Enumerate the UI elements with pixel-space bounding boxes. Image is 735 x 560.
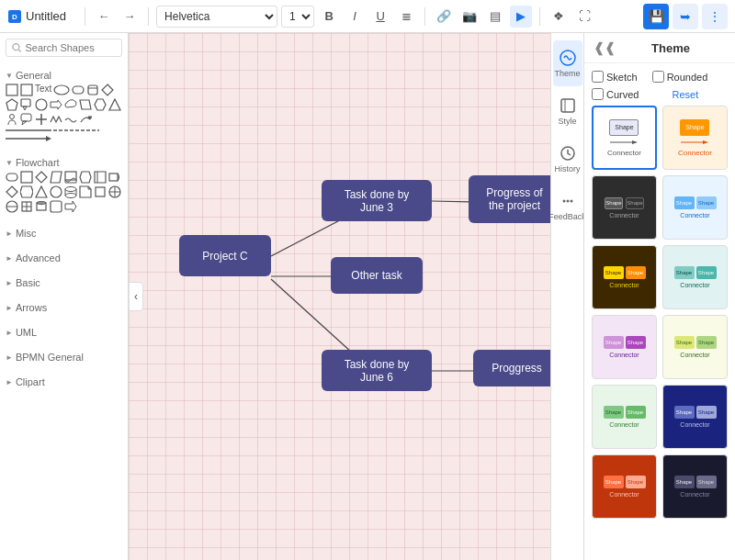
connect-button[interactable]: ▶ [510,6,532,28]
theme-card-dark-navy[interactable]: Shape Shape Connector [662,454,728,519]
fontsize-select[interactable]: 12101416 [281,6,314,28]
node-task-june3[interactable]: Task done by June 3 [322,180,432,221]
fc-doc[interactable] [64,171,77,184]
search-input[interactable] [25,42,116,53]
rounded-checkbox[interactable]: Rounded [652,71,708,83]
shape-arrow-right[interactable] [50,98,62,111]
arrows-section-title[interactable]: ► Arrows [6,298,122,316]
advanced-section-title[interactable]: ► Advanced [6,249,122,266]
fc-display[interactable] [79,171,92,184]
history-icon[interactable]: History [553,136,582,182]
fc-rect3[interactable] [50,200,62,213]
fc-data[interactable] [50,171,62,184]
save-button[interactable]: 💾 [643,4,669,29]
image-button[interactable]: 📷 [458,6,481,28]
uml-section-title[interactable]: ► UML [6,323,122,341]
shape-line1[interactable] [6,128,51,133]
shape-line2[interactable] [53,128,99,133]
reset-button[interactable]: Reset [672,89,698,100]
align-button[interactable]: ≣ [395,6,417,28]
theme-card-orange[interactable]: Shape Connector [662,106,728,170]
curved-check[interactable] [592,88,604,100]
rounded-check[interactable] [652,71,664,83]
shape-circle[interactable] [35,98,48,111]
link-button[interactable]: 🔗 [433,6,455,28]
fc-arrow2[interactable] [64,200,77,213]
theme-card-green[interactable]: Shape Shape Connector [592,385,657,449]
theme-card-yellow[interactable]: Shape Shape Connector [662,315,728,379]
fc-start[interactable] [6,171,18,184]
shape-wave[interactable] [64,113,77,126]
shape-cylinder[interactable] [86,84,99,96]
flowchart-section-title[interactable]: ▼ Flowchart [6,153,122,171]
undo-button[interactable]: ← [93,6,115,28]
fc-note[interactable] [79,185,92,198]
fc-or[interactable] [108,185,121,198]
distribute-button[interactable]: ❖ [548,6,570,28]
node-task-june6[interactable]: Task done by June 6 [322,350,432,391]
theme-card-orange-dark[interactable]: Shape Shape Connector [592,454,657,519]
shape-diamond[interactable] [101,84,114,96]
shape-arrow-line[interactable] [6,135,51,142]
shape-arrow-curved[interactable] [79,113,92,126]
shape-zigzag[interactable] [50,113,62,126]
shape-rounded-rect[interactable] [72,84,85,96]
redo-button[interactable]: → [119,6,141,28]
fc-decision[interactable] [6,185,18,198]
theme-card-teal[interactable]: Shape Shape Connector [662,245,728,309]
fc-delay[interactable] [108,171,121,184]
theme-card-blue-dark[interactable]: Shape Shape Connector [662,385,728,449]
canvas[interactable]: Project C Task done by June 3 Progress o… [129,33,550,560]
node-project-c[interactable]: Project C [179,235,271,276]
fc-storage[interactable] [94,171,107,184]
left-panel-collapse-button[interactable]: ‹ [129,282,143,311]
sketch-checkbox[interactable]: Sketch [592,71,638,83]
panel-collapse-btn[interactable]: ❰❰ [594,40,616,55]
shape-ellipse[interactable] [53,84,70,96]
basic-section-title[interactable]: ► Basic [6,274,122,291]
shape-speech-bubble[interactable] [20,113,33,126]
curved-checkbox[interactable]: Curved [592,88,639,100]
fc-rect2[interactable] [94,185,107,198]
fc-term[interactable] [20,185,33,198]
fc-cross[interactable] [6,200,18,213]
shape-cloud[interactable] [64,98,77,111]
shape-person[interactable] [6,113,18,126]
theme-card-blue-light[interactable]: Shape Shape Connector [662,175,728,240]
theme-card-default[interactable]: Shape Connector [592,106,657,170]
node-progress[interactable]: Progress of the project [469,175,550,223]
wrap-button[interactable]: ▤ [484,6,506,28]
sketch-check[interactable] [592,71,604,83]
fc-database[interactable] [64,185,77,198]
italic-button[interactable]: I [344,6,366,28]
shape-rect2[interactable] [20,84,33,96]
font-select[interactable]: HelveticaArialTimes New Roman [156,6,277,28]
style-icon[interactable]: Style [553,88,582,134]
fc-cylinder[interactable] [35,200,48,213]
general-section-title[interactable]: ▼ General [6,66,122,84]
misc-section-title[interactable]: ► Misc [6,224,122,241]
bpmn-section-title[interactable]: ► BPMN General [6,348,122,365]
node-other-task[interactable]: Other task [331,257,423,294]
text-shape[interactable]: Text [35,84,51,96]
shape-rect[interactable] [6,84,18,96]
feedback-icon[interactable]: FeedBack [553,184,582,230]
shape-cross[interactable] [35,113,48,126]
theme-card-purple[interactable]: Shape Shape Connector [592,315,657,379]
shape-pentagon[interactable] [6,98,18,111]
shape-callout[interactable] [20,98,33,111]
fc-process[interactable] [20,171,33,184]
theme-card-gold[interactable]: Shape Shape Connector [592,245,657,309]
theme-card-dark[interactable]: Shape Shape Connector [592,175,657,240]
theme-icon[interactable]: Theme [553,40,582,86]
shape-triangle[interactable] [108,98,121,111]
underline-button[interactable]: U [369,6,391,28]
grid-button[interactable]: ⛶ [573,6,595,28]
clipart-section-title[interactable]: ► Clipart [6,373,122,390]
fc-triangle[interactable] [35,185,48,198]
shape-hexagon[interactable] [94,98,107,111]
fc-circle[interactable] [50,185,62,198]
node-proggress[interactable]: Proggress [473,350,550,386]
fc-diamond[interactable] [35,171,48,184]
shape-parallelogram[interactable] [79,98,92,111]
